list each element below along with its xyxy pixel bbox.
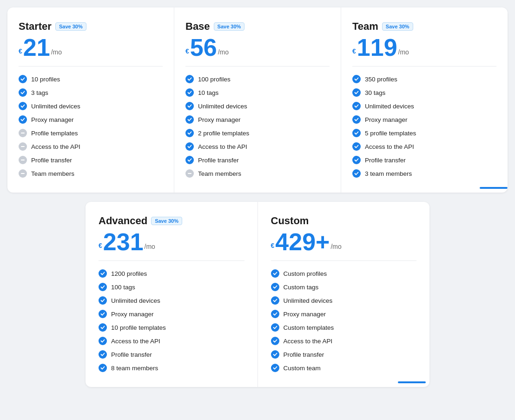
feature-label: Team members	[31, 170, 74, 177]
list-item: Profile templates	[19, 129, 163, 137]
list-item: Profile transfer	[185, 156, 330, 164]
check-icon	[352, 129, 361, 137]
list-item: Team members	[19, 169, 163, 178]
check-icon	[19, 88, 27, 97]
advanced-features: 1200 profiles 100 tags Unlimited devices…	[99, 269, 244, 372]
top-plans-row: Starter Save 30% € 21 /mo 10 profiles 3 …	[7, 7, 508, 193]
list-item: Profile transfer	[99, 350, 244, 359]
starter-period: /mo	[51, 48, 62, 56]
feature-label: Access to the API	[31, 143, 80, 150]
list-item: 1200 profiles	[99, 269, 244, 278]
starter-currency: €	[19, 47, 22, 55]
list-item: 100 tags	[99, 283, 244, 291]
custom-name: Custom	[271, 215, 309, 227]
check-icon	[185, 156, 194, 164]
check-icon	[185, 102, 194, 110]
list-item: 3 team members	[352, 169, 496, 178]
base-save-badge: Save 30%	[214, 22, 245, 31]
list-item: Unlimited devices	[99, 296, 244, 305]
list-item: 10 profile templates	[99, 323, 244, 332]
base-plan: Base Save 30% € 56 /mo 100 profiles 10 t…	[174, 7, 341, 193]
advanced-divider	[99, 260, 244, 261]
bottom-plans-row: Advanced Save 30% € 231 /mo 1200 profile…	[86, 202, 429, 387]
custom-header: Custom	[271, 215, 417, 227]
check-icon	[99, 283, 107, 291]
feature-label: Profile transfer	[31, 157, 72, 164]
check-icon	[352, 115, 361, 124]
list-item: 350 profiles	[352, 75, 496, 83]
list-item: Proxy manager	[271, 310, 417, 318]
feature-label: Unlimited devices	[284, 297, 333, 304]
list-item: Team members	[185, 169, 330, 178]
check-icon	[99, 310, 107, 318]
check-icon	[185, 88, 194, 97]
custom-divider	[271, 260, 417, 261]
advanced-name: Advanced	[99, 215, 147, 227]
scrollbar-indicator	[398, 381, 426, 383]
team-header: Team Save 30%	[352, 20, 496, 33]
list-item: 5 profile templates	[352, 129, 496, 137]
feature-label: 100 tags	[111, 284, 135, 291]
starter-plan: Starter Save 30% € 21 /mo 10 profiles 3 …	[7, 7, 174, 193]
dash-icon	[19, 129, 27, 137]
feature-label: 10 profile templates	[111, 324, 166, 331]
base-price: € 56 /mo	[185, 35, 330, 60]
list-item: 2 profile templates	[185, 129, 330, 137]
check-icon	[352, 169, 361, 178]
starter-header: Starter Save 30%	[19, 20, 163, 33]
feature-label: Proxy manager	[198, 116, 241, 123]
check-icon	[352, 156, 361, 164]
check-icon	[352, 102, 361, 110]
check-icon	[99, 364, 107, 372]
feature-label: 10 profiles	[31, 76, 60, 83]
check-icon	[185, 129, 194, 137]
list-item: 100 profiles	[185, 75, 330, 83]
base-header: Base Save 30%	[185, 20, 330, 33]
list-item: Access to the API	[352, 142, 496, 151]
advanced-amount: 231	[103, 230, 144, 254]
list-item: Custom profiles	[271, 269, 417, 278]
feature-label: Profile templates	[31, 130, 78, 137]
list-item: 30 tags	[352, 88, 496, 97]
advanced-plan: Advanced Save 30% € 231 /mo 1200 profile…	[86, 202, 258, 387]
feature-label: Access to the API	[198, 143, 247, 150]
feature-label: Custom templates	[284, 324, 334, 331]
dash-icon	[19, 156, 27, 164]
feature-label: 2 profile templates	[198, 130, 249, 137]
feature-label: 1200 profiles	[111, 270, 147, 277]
feature-label: 30 tags	[365, 89, 385, 96]
starter-name: Starter	[19, 20, 52, 33]
check-icon	[185, 115, 194, 124]
feature-label: Profile transfer	[198, 157, 239, 164]
list-item: Proxy manager	[19, 115, 163, 124]
list-item: Custom templates	[271, 323, 417, 332]
check-icon	[271, 337, 279, 345]
base-divider	[185, 66, 330, 67]
list-item: Unlimited devices	[185, 102, 330, 110]
team-divider	[352, 66, 496, 67]
team-period: /mo	[398, 48, 409, 56]
team-name: Team	[352, 20, 378, 33]
dash-icon	[19, 142, 27, 151]
custom-period: /mo	[330, 243, 341, 250]
check-icon	[19, 75, 27, 83]
list-item: 3 tags	[19, 88, 163, 97]
feature-label: Proxy manager	[31, 116, 74, 123]
check-icon	[99, 337, 107, 345]
check-icon	[352, 88, 361, 97]
base-amount: 56	[190, 35, 217, 60]
check-icon	[271, 269, 279, 278]
team-amount: 119	[357, 35, 397, 60]
list-item: Proxy manager	[185, 115, 330, 124]
feature-label: Proxy manager	[284, 311, 326, 318]
feature-label: Proxy manager	[111, 311, 154, 318]
base-currency: €	[185, 47, 189, 55]
team-plan: Team Save 30% € 119 /mo 350 profiles 30 …	[341, 7, 508, 193]
check-icon	[19, 115, 27, 124]
check-icon	[271, 310, 279, 318]
list-item: 8 team members	[99, 364, 244, 372]
starter-features: 10 profiles 3 tags Unlimited devices Pro…	[19, 75, 163, 178]
list-item: Profile transfer	[352, 156, 496, 164]
list-item: 10 profiles	[19, 75, 163, 83]
list-item: Access to the API	[19, 142, 163, 151]
